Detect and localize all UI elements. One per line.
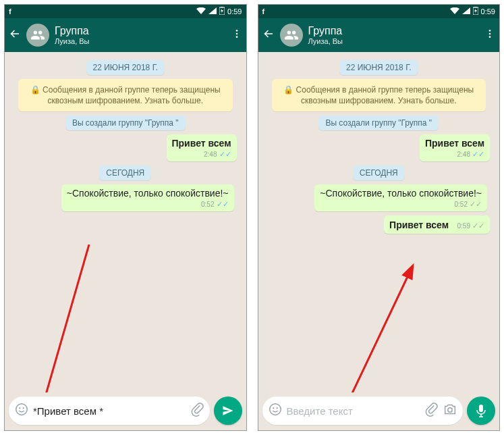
date-chip-today: СЕГОДНЯ xyxy=(353,165,405,180)
message-text: Привет всем xyxy=(389,220,449,230)
status-bar: f 0:59 xyxy=(258,5,500,18)
system-message-created: Вы создали группу "Группа " xyxy=(318,116,439,130)
svg-point-2 xyxy=(235,30,237,32)
mic-icon xyxy=(476,404,486,417)
chat-area: 22 ИЮНЯ 2018 Г. 🔒 Сообщения в данной гру… xyxy=(5,52,246,392)
voice-button[interactable] xyxy=(467,396,495,425)
chat-subtitle: Луиза, Вы xyxy=(55,37,226,45)
message-input[interactable] xyxy=(33,405,186,417)
message-text: Привет всем xyxy=(425,138,484,149)
annotation-arrow xyxy=(25,245,146,392)
svg-point-15 xyxy=(269,404,281,415)
signal-icon xyxy=(462,7,470,16)
send-button[interactable] xyxy=(214,396,242,425)
message-time: 2:48 xyxy=(204,151,217,158)
svg-rect-10 xyxy=(474,7,477,7)
status-time: 0:59 xyxy=(481,7,495,16)
battery-icon xyxy=(219,7,225,16)
message-input-box[interactable] xyxy=(9,396,210,425)
annotation-arrow xyxy=(326,261,447,392)
camera-icon[interactable] xyxy=(443,402,457,419)
menu-icon[interactable] xyxy=(484,28,495,42)
svg-point-3 xyxy=(235,33,237,35)
group-avatar[interactable] xyxy=(280,24,303,47)
back-icon[interactable] xyxy=(262,28,275,43)
svg-line-5 xyxy=(38,245,89,392)
svg-point-7 xyxy=(19,407,20,409)
message-time: 2:48 xyxy=(457,151,470,158)
wifi-icon xyxy=(196,7,206,16)
sent-ticks-icon: ✓✓ xyxy=(472,222,484,230)
read-ticks-icon: ✓✓ xyxy=(472,150,484,159)
wifi-icon xyxy=(450,7,459,16)
svg-point-18 xyxy=(448,408,452,412)
svg-line-14 xyxy=(339,267,412,392)
chat-header[interactable]: Группа Луиза, Вы xyxy=(5,18,246,52)
message-bubble[interactable]: ~Спокойствие, только спокойствие!~ 0:52✓… xyxy=(61,184,234,211)
attach-icon[interactable] xyxy=(424,402,439,419)
status-bar: f 0:59 xyxy=(5,5,246,18)
read-ticks-icon: ✓✓ xyxy=(217,200,229,209)
message-text: Привет всем xyxy=(172,138,231,149)
phone-screenshot-right: f 0:59 Группа Луиза, Вы 22 ИЮНЯ 2018 Г. … xyxy=(258,4,501,431)
svg-rect-1 xyxy=(221,7,223,7)
encryption-notice[interactable]: 🔒 Сообщения в данной группе теперь защищ… xyxy=(18,79,233,111)
svg-rect-19 xyxy=(479,405,483,412)
status-time: 0:59 xyxy=(227,7,242,16)
message-bubble[interactable]: Привет всем 0:59✓✓ xyxy=(384,215,490,234)
read-ticks-icon: ✓✓ xyxy=(219,150,231,159)
chat-header[interactable]: Группа Луиза, Вы xyxy=(258,18,500,52)
message-bubble[interactable]: Привет всем 2:48✓✓ xyxy=(420,134,490,161)
svg-point-6 xyxy=(16,404,28,415)
message-time: 0:52 xyxy=(201,201,214,208)
battery-icon xyxy=(473,7,478,16)
svg-point-4 xyxy=(235,36,237,38)
facebook-icon: f xyxy=(9,7,11,16)
date-chip-today: СЕГОДНЯ xyxy=(99,165,151,180)
svg-point-8 xyxy=(23,407,24,409)
phone-screenshot-left: f 0:59 Группа Луиза, Вы 22 ИЮНЯ 2018 Г. … xyxy=(4,4,247,431)
facebook-icon: f xyxy=(262,7,265,16)
system-message-created: Вы создали группу "Группа " xyxy=(65,116,186,130)
signal-icon xyxy=(208,7,217,16)
svg-point-13 xyxy=(489,36,491,38)
svg-point-17 xyxy=(276,407,277,409)
emoji-icon[interactable] xyxy=(268,402,283,419)
message-text: ~Спокойствие, только спокойствие!~ xyxy=(320,188,482,199)
message-text: ~Спокойствие, только спокойствие!~ xyxy=(67,188,229,199)
back-icon[interactable] xyxy=(9,28,21,43)
group-avatar[interactable] xyxy=(26,24,49,47)
send-icon xyxy=(221,404,235,417)
emoji-icon[interactable] xyxy=(14,402,29,419)
input-row xyxy=(5,392,246,430)
date-chip: 22 ИЮНЯ 2018 Г. xyxy=(339,60,418,75)
svg-point-12 xyxy=(489,33,491,35)
chat-area: 22 ИЮНЯ 2018 Г. 🔒 Сообщения в данной гру… xyxy=(258,52,500,392)
input-row xyxy=(258,392,500,430)
message-input[interactable] xyxy=(287,405,420,417)
message-time: 0:52 xyxy=(455,201,468,208)
message-bubble[interactable]: Привет всем 2:48✓✓ xyxy=(167,134,237,161)
chat-subtitle: Луиза, Вы xyxy=(308,37,480,45)
message-time: 0:59 xyxy=(457,222,470,230)
message-bubble[interactable]: ~Спокойствие, только спокойствие!~ 0:52✓… xyxy=(314,184,487,211)
lock-icon: 🔒 xyxy=(30,85,40,95)
date-chip: 22 ИЮНЯ 2018 Г. xyxy=(86,60,165,75)
chat-title: Группа xyxy=(55,25,226,37)
encryption-notice[interactable]: 🔒 Сообщения в данной группе теперь защищ… xyxy=(272,79,486,111)
svg-point-16 xyxy=(273,407,274,409)
chat-title: Группа xyxy=(308,25,480,37)
svg-point-11 xyxy=(489,30,491,32)
menu-icon[interactable] xyxy=(231,28,242,42)
lock-icon: 🔒 xyxy=(283,85,293,95)
attach-icon[interactable] xyxy=(190,402,204,419)
sent-ticks-icon: ✓✓ xyxy=(470,200,482,209)
message-input-box[interactable] xyxy=(262,396,464,425)
